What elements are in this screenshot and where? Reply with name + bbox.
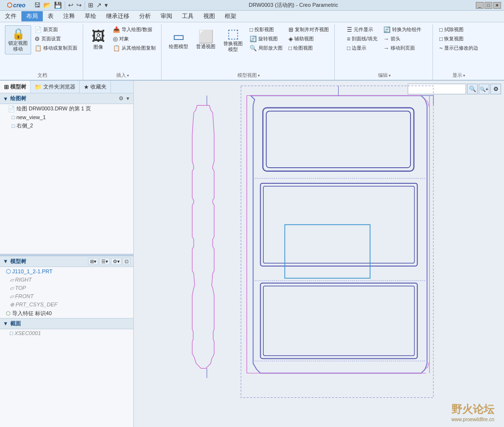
drawing-tree-label: 绘图树 [10,95,26,102]
model-tree-front[interactable]: ▱ FRONT [0,292,133,301]
menu-view[interactable]: 视图 [198,11,220,21]
model-root-icon: ⬡ [6,268,11,275]
drawing-tree-collapse-icon: ▼ [3,96,8,102]
view-1-label: new_view_1 [17,114,46,120]
import-drawing-btn[interactable]: 📥导入绘图/数据 [110,25,158,34]
ribbon-group-display: □拭除视图 □恢复视图 ~显示已修改的边 显示▾ [434,24,484,80]
minimize-btn[interactable]: _ [476,2,484,9]
replace-view-btn[interactable]: ⬚ 替换视图模型 [220,25,246,54]
model-tree-csys[interactable]: ⊕ PRT_CSYS_DEF [0,301,133,309]
menu-annotation[interactable]: 注释 [58,11,80,21]
right-plane-icon: ▱ [10,277,14,283]
move-to-page-btn[interactable]: →移动到页面 [381,44,424,53]
move-copy-page-btn[interactable]: 📋移动或复制页面 [32,44,80,53]
page-setup-btn[interactable]: ⚙页面设置 [32,35,80,43]
menu-sketch[interactable]: 草绘 [80,11,101,21]
new-btn[interactable]: 🖫 [33,1,41,9]
drawing-tree-header[interactable]: ▼ 绘图树 ⚙ ▾ [0,93,133,104]
section-collapse-icon: ▼ [3,320,8,326]
model-tree-right[interactable]: ▱ RIGHT [0,276,133,284]
show-modified-edges-btn[interactable]: ~显示已修改的边 [437,44,481,53]
model-tree-items: ⬡ J110_1_2-1.PRT ▱ RIGHT ▱ TOP ▱ FRONT ⊕… [0,267,133,427]
drawing-root-item[interactable]: 📄 绘图 DRW0003.DRW 的第 1 页 [0,104,133,113]
menu-frame[interactable]: 框架 [220,11,241,21]
maximize-btn[interactable]: □ [485,2,492,9]
aux-view-btn[interactable]: ◈辅助视图 [286,35,331,43]
ribbon-group-document: 🔒 锁定视图移动 📄新页面 ⚙页面设置 📋移动或复制页面 文档 [2,24,83,80]
menu-file[interactable]: 文件 [0,11,21,21]
model-tree-root[interactable]: ⬡ J110_1_2-1.PRT [0,267,133,276]
redo-btn[interactable]: ↪ [75,1,83,9]
front-plane-icon: ▱ [10,293,14,300]
model-tree-column-btn[interactable]: ☰▾ [99,258,110,265]
side-view-group [192,96,214,378]
svg-rect-7 [285,225,370,278]
model-tree-label: 模型树 [10,258,26,265]
drawing-root-label: 绘图 DRW0003.DRW 的第 1 页 [17,105,91,112]
drawing-tree-section: ▼ 绘图树 ⚙ ▾ 📄 绘图 DRW0003.DRW 的第 1 页 □ new_… [0,93,133,254]
menu-tools[interactable]: 工具 [177,11,198,21]
drawing-tree-more-icon[interactable]: ▾ [126,95,130,102]
drawing-root-icon: 📄 [8,106,15,112]
convert-drawing-group-btn[interactable]: 🔄转换为绘组件 [381,25,424,34]
save-btn[interactable]: 💾 [53,1,63,9]
normal-view-btn[interactable]: ⬜ 普通视图 [193,25,219,54]
component-display-btn[interactable]: ☰元件显示 [344,25,380,34]
detail-view-btn[interactable]: 🔍局部放大图 [247,44,285,53]
svg-rect-3 [263,108,414,171]
erase-view-btn[interactable]: □拭除视图 [437,25,481,34]
drawing-model-btn[interactable]: ▭ 绘图模型 [165,25,192,54]
model-root-label: J110_1_2-1.PRT [12,268,53,274]
left-panel: ⊞ 模型树 📁 文件夹浏览器 ★ 收藏夹 ▼ 绘图树 ⚙ ▾ [0,81,134,427]
menu-review[interactable]: 审阅 [156,11,177,21]
projection-view-btn[interactable]: □投影视图 [247,25,285,34]
view-icon-2: □ [12,123,15,129]
edge-display-btn[interactable]: □边显示 [344,44,380,53]
view-btn[interactable]: ⊞ [87,1,94,9]
drawing-tree-item-new-view[interactable]: □ new_view_1 [0,113,133,121]
section-label: 截面 [10,320,21,327]
lock-view-btn[interactable]: 🔒 锁定视图移动 [5,25,31,54]
copy-align-view-btn[interactable]: ⊞复制并对齐视图 [286,25,331,34]
close-btn[interactable]: ✕ [493,2,501,9]
restore-view-btn[interactable]: □恢复视图 [437,35,481,43]
model-tree-xsec[interactable]: □ XSEC0001 [0,329,133,337]
model-tree-expand-btn[interactable]: ⊡ [123,258,130,265]
tab-model-tree[interactable]: ⊞ 模型树 [0,81,31,93]
drawing-tree-item-right-side[interactable]: □ 右侧_2 [0,121,133,130]
right-label: RIGHT [15,277,32,283]
menu-analysis[interactable]: 分析 [134,11,156,21]
top-plane-icon: ▱ [10,285,14,291]
drawing-tree-settings-icon[interactable]: ⚙ [118,95,125,102]
drawing-view-btn[interactable]: □绘图视图 [286,44,331,53]
object-btn[interactable]: ◎对象 [110,35,158,43]
menu-layout[interactable]: 布局 [21,11,43,21]
quick-access-toolbar: 🖫 📂 💾 ↩ ↪ ⊞ ↗ ▾ [31,1,111,9]
tab-file-browser[interactable]: 📁 文件夹浏览器 [31,81,80,93]
rotate-view-btn[interactable]: 🔄旋转视图 [247,35,285,43]
model-tree-import-feature[interactable]: ⬡ 导入特征 标识40 [0,309,133,318]
copy-from-drawing-btn[interactable]: 📋从其他绘图复制 [110,44,158,53]
model-tree-filter-btn[interactable]: ⊞▾ [88,258,98,265]
menu-table[interactable]: 表 [43,11,58,21]
model-tree-header[interactable]: ▼ 模型树 ⊞▾ ☰▾ ⚙▾ ⊡ [0,256,133,267]
arrow-btn[interactable]: →箭头 [381,35,424,43]
model-tree-settings-btn[interactable]: ⚙▾ [111,258,122,265]
tab-favorites[interactable]: ★ 收藏夹 [80,81,111,93]
section-tree-header[interactable]: ▼ 截面 [0,318,133,329]
select-btn[interactable]: ↗ [95,1,103,9]
section-line-btn[interactable]: ≡剖面线/填充 [344,35,380,43]
model-tree-top[interactable]: ▱ TOP [0,284,133,292]
new-page-btn[interactable]: 📄新页面 [32,25,80,34]
image-btn[interactable]: 🖼 图像 [87,25,109,54]
canvas-area[interactable]: 🔍 🔍+ ⚙ [134,81,504,427]
open-btn[interactable]: 📂 [42,1,52,9]
xsec-label: XSEC0001 [15,330,41,336]
xsec-icon: □ [10,330,13,336]
watermark-sub: www.proewildfire.cn [451,417,494,422]
settings-btn[interactable]: ▾ [104,1,109,9]
window-controls: _ □ ✕ [476,2,501,9]
undo-btn[interactable]: ↩ [67,1,74,9]
model-tree-collapse-icon: ▼ [3,258,8,264]
menu-inherit[interactable]: 继承迁移 [101,11,134,21]
